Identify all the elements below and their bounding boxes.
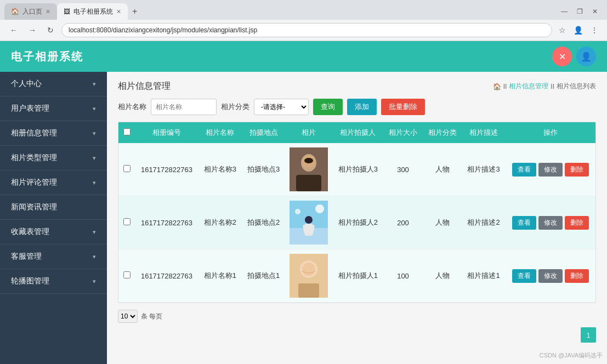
sidebar-label-album: 相册信息管理 — [11, 128, 57, 138]
row3-photo-name: 相片名称1 — [198, 249, 242, 303]
row3-delete-btn[interactable]: 删除 — [565, 269, 589, 283]
sidebar-arrow-favorites: ▾ — [93, 229, 96, 236]
svg-point-7 — [315, 204, 324, 213]
row1-photo — [285, 143, 332, 196]
refresh-btn[interactable]: ↻ — [44, 24, 57, 37]
back-btn[interactable]: ← — [7, 24, 21, 37]
row3-checkbox-cell — [118, 249, 135, 303]
photo-table-container: 相册编号 相片名称 拍摄地点 相片 相片拍摄人 相片大小 相片分类 相片描述 操… — [118, 122, 596, 303]
search-button[interactable]: 查询 — [313, 99, 343, 115]
add-button[interactable]: 添加 — [347, 99, 377, 115]
table-row: 1617172822763 相片名称1 拍摄地点1 — [118, 249, 595, 303]
svg-point-4 — [304, 158, 313, 163]
tab-bar: 🏠 入口页 ✕ 🖼 电子相册系统 ✕ + — ❐ ✕ — [0, 0, 607, 20]
row2-category: 人物 — [423, 196, 462, 249]
tab-label: 入口页 — [22, 7, 42, 16]
row3-checkbox[interactable] — [123, 271, 131, 278]
sidebar-label-phototype: 相片类型管理 — [11, 153, 57, 163]
bookmark-btn[interactable]: ☆ — [557, 24, 568, 37]
row3-photo-img — [290, 254, 328, 298]
row3-description: 相片描述1 — [462, 249, 505, 303]
new-tab-btn[interactable]: + — [128, 4, 141, 19]
sidebar-item-personal[interactable]: 个人中心 ▾ — [0, 72, 107, 96]
batch-delete-button[interactable]: 批量删除 — [381, 99, 425, 115]
filter-type-label: 相片分类 — [221, 102, 249, 112]
row2-action-btns: 查看 修改 删除 — [510, 216, 591, 230]
sidebar-item-carousel[interactable]: 轮播图管理 ▾ — [0, 269, 107, 294]
header-icons: ✕ 👤 — [552, 47, 596, 66]
cancel-icon-btn[interactable]: ✕ — [552, 47, 572, 66]
tab-close-btn2[interactable]: ✕ — [116, 8, 121, 15]
row2-description: 相片描述2 — [462, 196, 505, 249]
breadcrumb-link1[interactable]: 相片信息管理 — [509, 82, 548, 91]
row1-checkbox-cell — [118, 143, 135, 196]
sidebar-item-photo-comment[interactable]: 相片评论管理 ▾ — [0, 170, 107, 195]
user-icon-btn[interactable]: 👤 — [576, 47, 596, 66]
row1-photographer: 相片拍摄人3 — [332, 143, 383, 196]
sidebar-item-news[interactable]: 新闻资讯管理 — [0, 195, 107, 220]
filter-name-input[interactable] — [151, 99, 217, 115]
row3-actions: 查看 修改 删除 — [506, 249, 595, 303]
table-row: 1617172822763 相片名称2 拍摄地点2 — [118, 196, 595, 249]
row2-checkbox-cell — [118, 196, 135, 249]
app-wrapper: 电子相册系统 ✕ 👤 个人中心 ▾ 用户表管理 ▾ 相册信息管理 ▾ 相片类型管… — [0, 41, 607, 364]
row1-delete-btn[interactable]: 删除 — [565, 163, 589, 177]
th-photo-name: 相片名称 — [198, 122, 242, 143]
sidebar-item-users[interactable]: 用户表管理 ▾ — [0, 96, 107, 121]
row3-action-btns: 查看 修改 删除 — [510, 269, 591, 283]
svg-rect-2 — [296, 175, 321, 191]
sidebar-item-album-mgmt[interactable]: 相册信息管理 ▾ — [0, 121, 107, 146]
table-body: 1617172822763 相片名称3 拍摄地点3 — [118, 143, 595, 303]
row2-checkbox[interactable] — [123, 218, 131, 225]
sidebar-label-carousel: 轮播图管理 — [11, 276, 49, 286]
forward-btn[interactable]: → — [25, 24, 39, 37]
th-location: 拍摄地点 — [242, 122, 285, 143]
row3-photographer: 相片拍摄人1 — [332, 249, 383, 303]
sidebar-item-favorites[interactable]: 收藏表管理 ▾ — [0, 220, 107, 244]
page-1-btn[interactable]: 1 — [581, 327, 596, 343]
breadcrumb-sep2: II — [551, 83, 554, 90]
table-header-row: 相册编号 相片名称 拍摄地点 相片 相片拍摄人 相片大小 相片分类 相片描述 操… — [118, 122, 595, 143]
tab-icon2: 🖼 — [64, 8, 70, 15]
tab-close-btn[interactable]: ✕ — [46, 8, 50, 15]
account-btn[interactable]: 👤 — [571, 24, 585, 37]
row1-album-no: 1617172822763 — [135, 143, 198, 196]
menu-btn[interactable]: ⋮ — [588, 24, 600, 37]
tab-album[interactable]: 🖼 电子相册系统 ✕ — [57, 3, 128, 20]
row2-view-btn[interactable]: 查看 — [512, 216, 536, 230]
row2-edit-btn[interactable]: 修改 — [538, 216, 563, 230]
sidebar-arrow-album: ▾ — [93, 130, 96, 137]
restore-btn[interactable]: ❐ — [572, 4, 587, 19]
page-title: 相片信息管理 — [118, 81, 171, 92]
minimize-btn[interactable]: — — [557, 4, 572, 19]
filter-type-select[interactable]: -请选择- — [254, 99, 309, 115]
sidebar-label-photocomment: 相片评论管理 — [11, 178, 57, 187]
close-btn[interactable]: ✕ — [587, 4, 603, 19]
sidebar: 个人中心 ▾ 用户表管理 ▾ 相册信息管理 ▾ 相片类型管理 ▾ 相片评论管理 … — [0, 72, 107, 364]
row1-checkbox[interactable] — [123, 165, 131, 172]
row3-edit-btn[interactable]: 修改 — [538, 269, 563, 283]
breadcrumb: 🏠 II 相片信息管理 II 相片信息列表 — [493, 82, 596, 91]
app-title: 电子相册系统 — [11, 49, 83, 64]
row2-delete-btn[interactable]: 删除 — [565, 216, 589, 230]
row2-photo-img — [290, 201, 328, 244]
tab-entry[interactable]: 🏠 入口页 ✕ — [4, 3, 57, 20]
row3-size: 100 — [383, 249, 423, 303]
row1-edit-btn[interactable]: 修改 — [538, 163, 563, 177]
per-page-select[interactable]: 10 20 50 — [118, 310, 138, 323]
breadcrumb-home-icon: 🏠 — [493, 83, 501, 90]
tab-label2: 电子相册系统 — [73, 7, 113, 16]
row3-category: 人物 — [423, 249, 462, 303]
row2-photographer: 相片拍摄人2 — [332, 196, 383, 249]
sidebar-item-photo-type[interactable]: 相片类型管理 ▾ — [0, 146, 107, 170]
row2-photo-name: 相片名称2 — [198, 196, 242, 249]
row1-category: 人物 — [423, 143, 462, 196]
address-bar[interactable] — [61, 23, 552, 37]
row3-view-btn[interactable]: 查看 — [512, 269, 536, 283]
select-all-checkbox[interactable] — [123, 128, 131, 135]
photo3-svg — [290, 254, 328, 298]
sidebar-item-service[interactable]: 客服管理 ▾ — [0, 244, 107, 269]
browser-nav: ← → ↻ ☆ 👤 ⋮ — [0, 20, 607, 41]
row1-view-btn[interactable]: 查看 — [512, 163, 536, 177]
tab-icon: 🏠 — [11, 8, 19, 15]
